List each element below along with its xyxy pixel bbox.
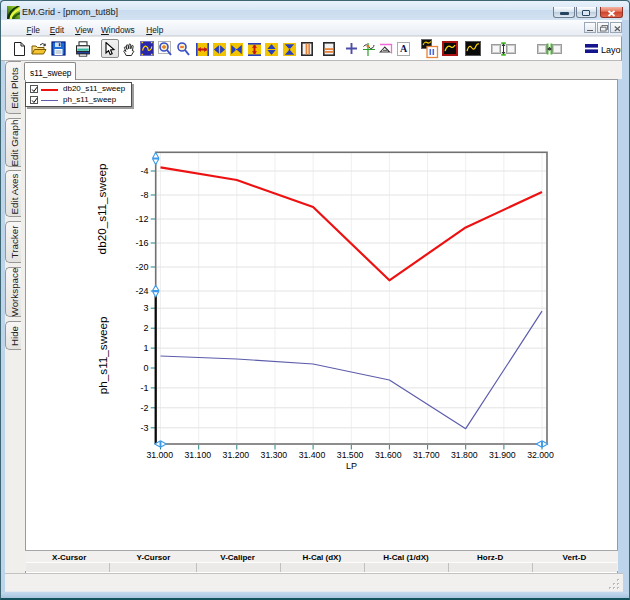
svg-text:-12: -12 bbox=[135, 214, 148, 224]
svg-text:31.000: 31.000 bbox=[146, 450, 173, 460]
svg-text:db20_s11_sweep: db20_s11_sweep bbox=[95, 163, 108, 254]
svg-text:31.200: 31.200 bbox=[223, 450, 250, 460]
svg-text:-20: -20 bbox=[135, 262, 148, 272]
svg-text:31.900: 31.900 bbox=[489, 450, 516, 460]
svg-text:-8: -8 bbox=[140, 190, 148, 200]
svg-text:31.400: 31.400 bbox=[299, 450, 326, 460]
svg-text:3: 3 bbox=[143, 303, 148, 313]
svg-text:-2: -2 bbox=[140, 403, 148, 413]
svg-text:31.500: 31.500 bbox=[337, 450, 364, 460]
svg-text:31.600: 31.600 bbox=[375, 450, 402, 460]
svg-text:2: 2 bbox=[143, 323, 148, 333]
svg-text:LP: LP bbox=[346, 461, 357, 471]
svg-text:0: 0 bbox=[143, 363, 148, 373]
svg-text:31.800: 31.800 bbox=[451, 450, 478, 460]
svg-text:1: 1 bbox=[143, 343, 148, 353]
svg-text:-24: -24 bbox=[135, 286, 148, 296]
svg-text:-16: -16 bbox=[135, 238, 148, 248]
svg-text:ph_s11_sweep: ph_s11_sweep bbox=[96, 316, 109, 394]
svg-text:-1: -1 bbox=[140, 383, 148, 393]
svg-text:-4: -4 bbox=[140, 166, 148, 176]
svg-text:-3: -3 bbox=[140, 423, 148, 433]
svg-text:31.300: 31.300 bbox=[261, 450, 288, 460]
svg-text:31.100: 31.100 bbox=[185, 450, 212, 460]
svg-text:32.000: 32.000 bbox=[527, 450, 554, 460]
svg-text:31.700: 31.700 bbox=[413, 450, 440, 460]
